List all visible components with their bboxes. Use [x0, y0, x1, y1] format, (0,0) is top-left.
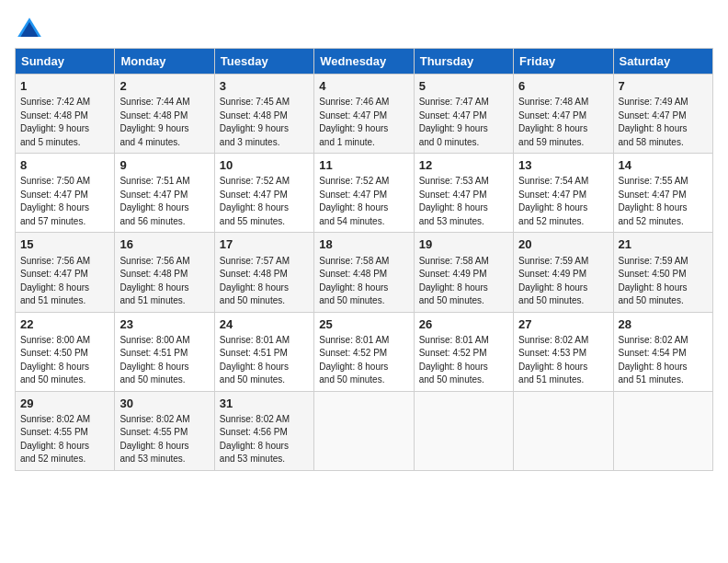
logo-icon — [15, 15, 44, 44]
cell-content: Sunrise: 8:01 AMSunset: 4:52 PMDaylight:… — [319, 334, 408, 387]
cell-content: Sunrise: 8:02 AMSunset: 4:55 PMDaylight:… — [119, 413, 209, 466]
cell-content: Sunrise: 8:01 AMSunset: 4:51 PMDaylight:… — [220, 334, 309, 387]
day-number: 14 — [619, 157, 708, 174]
column-header-monday: Monday — [115, 49, 214, 75]
day-number: 16 — [119, 236, 209, 253]
day-number: 6 — [518, 78, 608, 95]
cell-content: Sunrise: 7:44 AMSunset: 4:48 PMDaylight:… — [119, 96, 209, 149]
week-row-3: 15Sunrise: 7:56 AMSunset: 4:47 PMDayligh… — [16, 233, 713, 312]
day-number: 13 — [518, 157, 608, 174]
calendar-cell: 5Sunrise: 7:47 AMSunset: 4:47 PMDaylight… — [414, 75, 513, 154]
day-number: 1 — [20, 78, 109, 95]
calendar-cell — [514, 391, 613, 470]
calendar-cell: 15Sunrise: 7:56 AMSunset: 4:47 PMDayligh… — [16, 233, 115, 312]
calendar-cell: 20Sunrise: 7:59 AMSunset: 4:49 PMDayligh… — [514, 233, 613, 312]
cell-content: Sunrise: 7:48 AMSunset: 4:47 PMDaylight:… — [518, 96, 608, 149]
calendar-cell: 18Sunrise: 7:58 AMSunset: 4:48 PMDayligh… — [314, 233, 414, 312]
calendar-cell: 14Sunrise: 7:55 AMSunset: 4:47 PMDayligh… — [613, 154, 712, 233]
calendar-cell: 25Sunrise: 8:01 AMSunset: 4:52 PMDayligh… — [314, 312, 414, 391]
cell-content: Sunrise: 8:01 AMSunset: 4:52 PMDaylight:… — [419, 334, 508, 387]
cell-content: Sunrise: 7:45 AMSunset: 4:48 PMDaylight:… — [220, 96, 309, 149]
day-number: 4 — [319, 78, 408, 95]
calendar-cell: 21Sunrise: 7:59 AMSunset: 4:50 PMDayligh… — [613, 233, 712, 312]
header-row: SundayMondayTuesdayWednesdayThursdayFrid… — [16, 49, 713, 75]
week-row-2: 8Sunrise: 7:50 AMSunset: 4:47 PMDaylight… — [16, 154, 713, 233]
day-number: 20 — [518, 236, 608, 253]
day-number: 18 — [319, 236, 408, 253]
day-number: 7 — [619, 78, 708, 95]
day-number: 8 — [20, 157, 109, 174]
calendar-cell: 29Sunrise: 8:02 AMSunset: 4:55 PMDayligh… — [16, 391, 115, 470]
calendar-cell: 11Sunrise: 7:52 AMSunset: 4:47 PMDayligh… — [314, 154, 414, 233]
calendar-cell: 6Sunrise: 7:48 AMSunset: 4:47 PMDaylight… — [514, 75, 613, 154]
cell-content: Sunrise: 7:49 AMSunset: 4:47 PMDaylight:… — [619, 96, 708, 149]
calendar-cell: 23Sunrise: 8:00 AMSunset: 4:51 PMDayligh… — [115, 312, 214, 391]
cell-content: Sunrise: 8:02 AMSunset: 4:56 PMDaylight:… — [220, 413, 309, 466]
column-header-wednesday: Wednesday — [314, 49, 414, 75]
cell-content: Sunrise: 7:58 AMSunset: 4:48 PMDaylight:… — [319, 255, 408, 308]
day-number: 25 — [319, 316, 408, 333]
calendar-cell — [314, 391, 414, 470]
cell-content: Sunrise: 8:02 AMSunset: 4:53 PMDaylight:… — [518, 334, 608, 387]
calendar-cell — [414, 391, 513, 470]
header — [15, 15, 713, 44]
calendar-cell: 30Sunrise: 8:02 AMSunset: 4:55 PMDayligh… — [115, 391, 214, 470]
calendar-cell: 28Sunrise: 8:02 AMSunset: 4:54 PMDayligh… — [613, 312, 712, 391]
cell-content: Sunrise: 7:57 AMSunset: 4:48 PMDaylight:… — [220, 255, 309, 308]
day-number: 2 — [119, 78, 209, 95]
day-number: 29 — [20, 396, 109, 412]
calendar-cell: 13Sunrise: 7:54 AMSunset: 4:47 PMDayligh… — [514, 154, 613, 233]
page-container: SundayMondayTuesdayWednesdayThursdayFrid… — [0, 0, 728, 480]
calendar-cell: 22Sunrise: 8:00 AMSunset: 4:50 PMDayligh… — [16, 312, 115, 391]
cell-content: Sunrise: 7:56 AMSunset: 4:48 PMDaylight:… — [119, 255, 209, 308]
week-row-4: 22Sunrise: 8:00 AMSunset: 4:50 PMDayligh… — [16, 312, 713, 391]
day-number: 12 — [419, 157, 508, 174]
day-number: 28 — [619, 316, 708, 333]
cell-content: Sunrise: 7:58 AMSunset: 4:49 PMDaylight:… — [419, 255, 508, 308]
day-number: 9 — [119, 157, 209, 174]
calendar-cell: 19Sunrise: 7:58 AMSunset: 4:49 PMDayligh… — [414, 233, 513, 312]
calendar-cell: 8Sunrise: 7:50 AMSunset: 4:47 PMDaylight… — [16, 154, 115, 233]
calendar-cell — [613, 391, 712, 470]
cell-content: Sunrise: 7:52 AMSunset: 4:47 PMDaylight:… — [319, 175, 408, 228]
cell-content: Sunrise: 7:47 AMSunset: 4:47 PMDaylight:… — [419, 96, 508, 149]
calendar-cell: 7Sunrise: 7:49 AMSunset: 4:47 PMDaylight… — [613, 75, 712, 154]
week-row-1: 1Sunrise: 7:42 AMSunset: 4:48 PMDaylight… — [16, 75, 713, 154]
cell-content: Sunrise: 7:50 AMSunset: 4:47 PMDaylight:… — [20, 175, 109, 228]
cell-content: Sunrise: 8:02 AMSunset: 4:54 PMDaylight:… — [619, 334, 708, 387]
week-row-5: 29Sunrise: 8:02 AMSunset: 4:55 PMDayligh… — [16, 391, 713, 470]
column-header-saturday: Saturday — [613, 49, 712, 75]
day-number: 22 — [20, 316, 109, 333]
column-header-tuesday: Tuesday — [214, 49, 313, 75]
calendar-cell: 17Sunrise: 7:57 AMSunset: 4:48 PMDayligh… — [214, 233, 313, 312]
day-number: 24 — [220, 316, 309, 333]
cell-content: Sunrise: 8:00 AMSunset: 4:50 PMDaylight:… — [20, 334, 109, 387]
column-header-sunday: Sunday — [16, 49, 115, 75]
day-number: 26 — [419, 316, 508, 333]
calendar-cell: 4Sunrise: 7:46 AMSunset: 4:47 PMDaylight… — [314, 75, 414, 154]
column-header-thursday: Thursday — [414, 49, 513, 75]
day-number: 31 — [220, 396, 309, 412]
calendar-cell: 26Sunrise: 8:01 AMSunset: 4:52 PMDayligh… — [414, 312, 513, 391]
calendar-cell: 2Sunrise: 7:44 AMSunset: 4:48 PMDaylight… — [115, 75, 214, 154]
cell-content: Sunrise: 7:52 AMSunset: 4:47 PMDaylight:… — [220, 175, 309, 228]
cell-content: Sunrise: 7:51 AMSunset: 4:47 PMDaylight:… — [119, 175, 209, 228]
calendar-cell: 9Sunrise: 7:51 AMSunset: 4:47 PMDaylight… — [115, 154, 214, 233]
calendar-cell: 1Sunrise: 7:42 AMSunset: 4:48 PMDaylight… — [16, 75, 115, 154]
cell-content: Sunrise: 7:46 AMSunset: 4:47 PMDaylight:… — [319, 96, 408, 149]
calendar-cell: 12Sunrise: 7:53 AMSunset: 4:47 PMDayligh… — [414, 154, 513, 233]
day-number: 30 — [119, 396, 209, 412]
cell-content: Sunrise: 7:53 AMSunset: 4:47 PMDaylight:… — [419, 175, 508, 228]
calendar-cell: 24Sunrise: 8:01 AMSunset: 4:51 PMDayligh… — [214, 312, 313, 391]
calendar-cell: 10Sunrise: 7:52 AMSunset: 4:47 PMDayligh… — [214, 154, 313, 233]
cell-content: Sunrise: 7:54 AMSunset: 4:47 PMDaylight:… — [518, 175, 608, 228]
logo — [15, 15, 50, 44]
day-number: 15 — [20, 236, 109, 253]
calendar-cell: 3Sunrise: 7:45 AMSunset: 4:48 PMDaylight… — [214, 75, 313, 154]
cell-content: Sunrise: 7:55 AMSunset: 4:47 PMDaylight:… — [619, 175, 708, 228]
day-number: 11 — [319, 157, 408, 174]
cell-content: Sunrise: 7:59 AMSunset: 4:50 PMDaylight:… — [619, 255, 708, 308]
calendar-cell: 27Sunrise: 8:02 AMSunset: 4:53 PMDayligh… — [514, 312, 613, 391]
day-number: 17 — [220, 236, 309, 253]
calendar-cell: 31Sunrise: 8:02 AMSunset: 4:56 PMDayligh… — [214, 391, 313, 470]
